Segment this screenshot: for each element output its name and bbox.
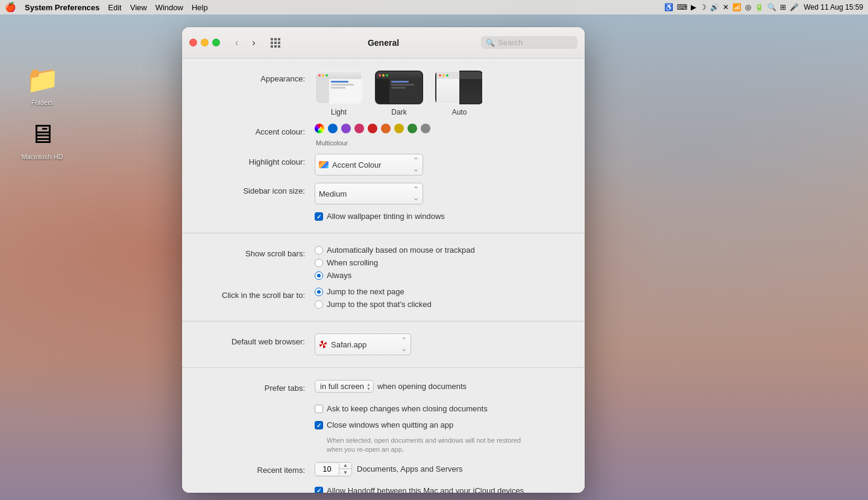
grid-view-button[interactable]	[268, 36, 283, 50]
location-icon[interactable]: ◎	[745, 3, 751, 11]
prefer-tabs-suffix: when opening documents	[377, 382, 467, 391]
prefer-tabs-label: Prefer tabs:	[194, 380, 315, 397]
recent-items-label: Recent items:	[194, 462, 315, 479]
default-browser-value: Safari.app	[331, 340, 366, 349]
battery-icon[interactable]: 🔋	[755, 3, 764, 11]
jump-next-page-radio[interactable]	[315, 288, 323, 296]
scroll-auto-row: Automatically based on mouse or trackpad	[315, 245, 475, 255]
desktop-icon-folders[interactable]: 📁 Folders	[18, 63, 66, 106]
close-windows-checkbox[interactable]	[315, 421, 323, 429]
close-windows-checkbox-row: Close windows when quitting an app	[315, 420, 453, 429]
search-input[interactable]	[498, 38, 573, 47]
highlight-colour-value: Accent Colour	[332, 160, 382, 169]
menubar: 🍎 System Preferences Edit View Window He…	[0, 0, 868, 14]
click-scroll-bar-label: Click in the scroll bar to:	[194, 287, 315, 304]
volume-icon[interactable]: 🔊	[710, 3, 719, 11]
jump-next-page-label: Jump to the next page	[327, 287, 404, 296]
accent-graphite[interactable]	[421, 124, 430, 133]
appearance-options: Light	[315, 71, 573, 116]
accent-orange[interactable]	[381, 124, 391, 133]
preview-dark-content	[376, 79, 422, 103]
minimize-button[interactable]	[201, 39, 209, 46]
close-button[interactable]	[189, 39, 197, 46]
jump-next-page-row: Jump to the next page	[315, 287, 432, 296]
show-scroll-bars-row: Show scroll bars: Automatically based on…	[194, 245, 573, 280]
menubar-app-name[interactable]: System Preferences	[25, 3, 99, 12]
mute-icon[interactable]: ✕	[723, 3, 729, 11]
scroll-auto-radio[interactable]	[315, 246, 323, 255]
close-windows-subtext: When selected, open documents and window…	[327, 436, 521, 455]
menubar-window[interactable]: Window	[156, 3, 183, 12]
folders-icon-img: 📁	[25, 63, 59, 97]
accessibility-icon[interactable]: ♿	[664, 3, 673, 11]
scroll-bars-section: Show scroll bars: Automatically based on…	[182, 245, 585, 321]
siri-icon[interactable]: 🎤	[790, 3, 799, 11]
back-button[interactable]: ‹	[230, 36, 244, 50]
prefer-tabs-dropdown[interactable]: in full screen ▲ ▼	[315, 380, 374, 393]
preview-light-sidebar	[316, 79, 329, 103]
jump-spot-row: Jump to the spot that's clicked	[315, 300, 432, 309]
sidebar-icon-size-dropdown[interactable]: Medium ⌃⌄	[315, 183, 423, 204]
accent-green[interactable]	[407, 124, 417, 133]
appearance-light-label: Light	[331, 108, 347, 116]
recent-items-stepper[interactable]: 10 ▲ ▼	[315, 462, 352, 476]
scroll-always-label: Always	[327, 271, 351, 280]
highlight-colour-row: Highlight colour: Accent Colour ⌃⌄	[194, 154, 573, 176]
preview-dark-sidebar	[376, 79, 389, 103]
default-browser-dropdown[interactable]: Safari.app ⌃⌄	[315, 334, 411, 355]
menubar-left: 🍎 System Preferences Edit View Window He…	[5, 2, 208, 13]
jump-spot-radio[interactable]	[315, 300, 323, 309]
search-icon: 🔍	[486, 39, 495, 47]
appearance-light[interactable]: Light	[315, 71, 363, 116]
wallpaper-tinting-checkbox[interactable]	[315, 212, 323, 221]
preview-dark-bar	[376, 72, 422, 79]
keyboard-icon[interactable]: ⌨	[677, 3, 687, 11]
ask-keep-changes-checkbox[interactable]	[315, 405, 323, 413]
default-browser-row: Default web browser: Safari.app ⌃⌄	[194, 334, 573, 355]
titlebar: ‹ › General 🔍	[182, 27, 585, 59]
highlight-colour-dropdown[interactable]: Accent Colour ⌃⌄	[315, 154, 423, 176]
search-menubar-icon[interactable]: 🔍	[767, 3, 776, 11]
controlcenter-icon[interactable]: ⊞	[780, 3, 786, 11]
stepper-up[interactable]: ▲	[339, 463, 351, 469]
search-bar[interactable]: 🔍	[481, 36, 577, 49]
wifi-icon[interactable]: 📶	[732, 3, 741, 11]
desktop-icon-hd[interactable]: 🖥 Macintosh HD	[18, 117, 66, 160]
appearance-dark-label: Dark	[391, 108, 406, 116]
scroll-scrolling-radio[interactable]	[315, 259, 323, 267]
preview-auto-right	[459, 79, 482, 103]
jump-spot-label: Jump to the spot that's clicked	[327, 300, 432, 309]
apple-menu[interactable]: 🍎	[5, 2, 16, 13]
handoff-text: Allow Handoff between this Mac and your …	[327, 486, 524, 493]
menubar-help[interactable]: Help	[192, 3, 208, 12]
moon-icon[interactable]: ☽	[700, 3, 706, 11]
ask-keep-changes-checkbox-row: Ask to keep changes when closing documen…	[315, 404, 488, 413]
menubar-view[interactable]: View	[130, 3, 147, 12]
stepper-down[interactable]: ▼	[339, 469, 351, 476]
handoff-row: Allow Handoff between this Mac and your …	[194, 486, 573, 493]
appearance-row: Appearance:	[194, 71, 573, 116]
menubar-edit[interactable]: Edit	[108, 3, 121, 12]
appearance-section: Appearance:	[182, 71, 585, 233]
appearance-auto[interactable]: Auto	[435, 71, 483, 116]
scroll-auto-label: Automatically based on mouse or trackpad	[327, 245, 475, 255]
appearance-auto-preview	[435, 71, 483, 104]
forward-button[interactable]: ›	[247, 36, 261, 50]
system-preferences-window: ‹ › General 🔍 Appearance:	[182, 27, 585, 493]
tabs-section: Prefer tabs: in full screen ▲ ▼ when ope…	[182, 380, 585, 493]
scroll-always-radio[interactable]	[315, 271, 323, 280]
wallpaper-tinting-row: Allow wallpaper tinting in windows	[194, 212, 573, 221]
maximize-button[interactable]	[212, 39, 220, 46]
accent-yellow[interactable]	[394, 124, 404, 133]
accent-colour-content: Multicolour	[315, 124, 573, 147]
accent-blue[interactable]	[328, 124, 338, 133]
accent-pink[interactable]	[354, 124, 364, 133]
play-icon[interactable]: ▶	[691, 3, 696, 11]
handoff-checkbox[interactable]	[315, 487, 323, 493]
accent-red[interactable]	[368, 124, 377, 133]
preview-light-content	[316, 79, 362, 103]
appearance-dark[interactable]: Dark	[375, 71, 423, 116]
show-scroll-bars-label: Show scroll bars:	[194, 245, 315, 262]
accent-multicolor[interactable]	[315, 124, 324, 133]
accent-purple[interactable]	[341, 124, 351, 133]
